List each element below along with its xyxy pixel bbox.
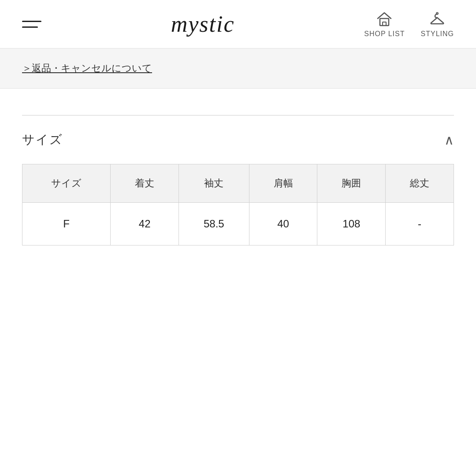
- svg-point-2: [436, 12, 438, 14]
- col-header-sodake: 袖丈: [179, 164, 249, 203]
- table-header-row: サイズ 着丈 袖丈 肩幅 胸囲 総丈: [22, 164, 454, 203]
- logo[interactable]: mystic: [171, 11, 235, 37]
- hamburger-line-1: [22, 21, 41, 22]
- header: mystic SHOP LIST STYLING: [0, 0, 476, 48]
- col-header-munei: 胸囲: [317, 164, 386, 203]
- hamburger-menu[interactable]: [22, 21, 41, 28]
- return-link-area: ＞返品・キャンセルについて: [0, 48, 476, 89]
- shop-list-icon: [376, 11, 393, 27]
- return-link[interactable]: ＞返品・キャンセルについて: [22, 63, 152, 74]
- col-header-katahaba: 肩幅: [249, 164, 317, 203]
- table-cell-0-2: 58.5: [179, 203, 249, 245]
- size-header: サイズ ∧: [22, 115, 454, 164]
- table-cell-0-5: -: [386, 203, 454, 245]
- size-table: サイズ 着丈 袖丈 肩幅 胸囲 総丈 F4258.540108-: [22, 164, 454, 245]
- col-header-kitate: 着丈: [111, 164, 179, 203]
- col-header-sodake2: 総丈: [386, 164, 454, 203]
- table-row: F4258.540108-: [22, 203, 454, 245]
- header-icons: SHOP LIST STYLING: [364, 11, 454, 38]
- styling-icon: [429, 11, 446, 27]
- table-cell-0-3: 40: [249, 203, 317, 245]
- shop-list-button[interactable]: SHOP LIST: [364, 11, 405, 38]
- table-cell-0-0: F: [22, 203, 111, 245]
- table-cell-0-4: 108: [317, 203, 386, 245]
- size-title: サイズ: [22, 131, 63, 148]
- shop-list-label: SHOP LIST: [364, 30, 405, 38]
- col-header-size: サイズ: [22, 164, 111, 203]
- hamburger-line-2: [22, 26, 38, 28]
- styling-label: STYLING: [421, 30, 454, 38]
- styling-button[interactable]: STYLING: [421, 11, 454, 38]
- table-cell-0-1: 42: [111, 203, 179, 245]
- size-section: サイズ ∧ サイズ 着丈 袖丈 肩幅 胸囲 総丈 F4258.540108-: [0, 115, 476, 245]
- spacer: [0, 89, 476, 115]
- chevron-up-icon[interactable]: ∧: [444, 132, 454, 148]
